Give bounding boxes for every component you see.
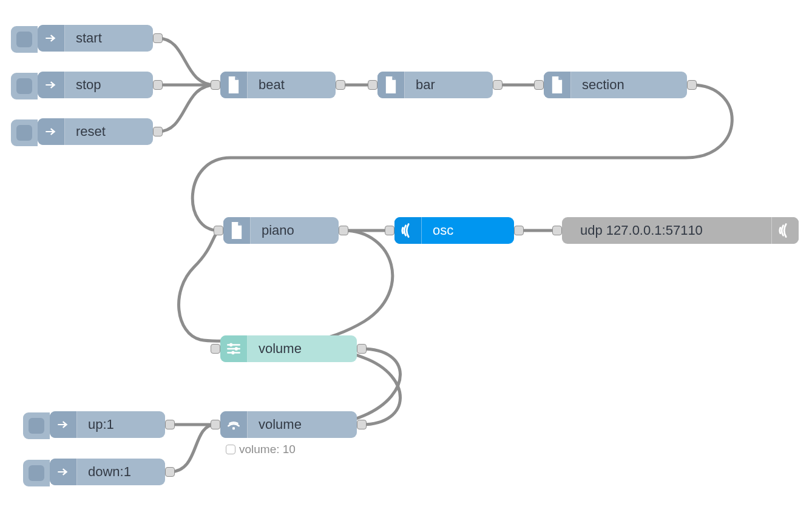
port-stop-out[interactable] [153,80,163,90]
node-volume-slider[interactable]: volume [220,335,357,362]
inject-arrow-icon [38,72,65,98]
svg-rect-4 [235,347,237,350]
port-osc-out[interactable] [514,226,524,235]
node-up[interactable]: up:1 [50,411,165,438]
svg-rect-3 [230,343,232,346]
port-beat-out[interactable] [336,80,345,90]
inject-arrow-icon [38,118,65,145]
node-label: bar [405,77,493,93]
osc-wave-icon [771,217,799,244]
port-up-out[interactable] [165,420,175,429]
inject-arrow-icon [38,25,65,52]
port-volumeLink-out[interactable] [357,420,367,429]
node-label: stop [65,77,153,93]
node-label: down:1 [77,464,165,480]
inject-button-stop[interactable] [11,73,38,99]
node-beat[interactable]: beat [220,72,336,98]
inject-button-up[interactable] [23,412,50,439]
node-bar[interactable]: bar [377,72,493,98]
node-reset[interactable]: reset [38,118,153,145]
port-volumeSlider-out[interactable] [357,344,367,354]
node-label: beat [248,77,336,93]
node-label: section [571,77,687,93]
node-label: osc [422,223,514,238]
inject-arrow-icon [50,459,77,485]
svg-rect-5 [232,351,234,354]
node-piano[interactable]: piano [223,217,339,244]
node-label: start [65,30,153,46]
port-down-out[interactable] [165,467,175,477]
file-icon [544,72,571,98]
node-label: udp 127.0.0.1:57110 [562,223,771,238]
port-piano-in[interactable] [214,226,223,235]
link-wave-icon [220,411,248,438]
node-udp[interactable]: udp 127.0.0.1:57110 [562,217,799,244]
node-label: volume [248,341,357,357]
port-bar-in[interactable] [368,80,377,90]
node-status: volume: 10 [226,443,296,456]
port-start-out[interactable] [153,33,163,43]
port-osc-in[interactable] [385,226,394,235]
port-reset-out[interactable] [153,127,163,136]
inject-button-reset[interactable] [11,119,38,146]
port-volumeSlider-in[interactable] [211,344,220,354]
node-start[interactable]: start [38,25,153,52]
port-beat-in[interactable] [211,80,220,90]
status-text: volume: 10 [239,443,296,456]
node-volume-link[interactable]: volume [220,411,357,438]
node-label: up:1 [77,417,165,432]
node-label: piano [251,223,339,238]
inject-button-start[interactable] [11,26,38,53]
port-bar-out[interactable] [493,80,502,90]
status-indicator-icon [226,445,235,454]
node-section[interactable]: section [544,72,687,98]
sliders-icon [220,335,248,362]
port-udp-in[interactable] [552,226,562,235]
port-section-in[interactable] [534,80,544,90]
file-icon [220,72,248,98]
inject-button-down[interactable] [23,460,50,486]
node-down[interactable]: down:1 [50,459,165,485]
node-label: reset [65,124,153,140]
port-section-out[interactable] [687,80,697,90]
svg-rect-6 [232,427,235,429]
port-piano-out[interactable] [339,226,348,235]
osc-wave-icon [394,217,422,244]
node-osc[interactable]: osc [394,217,514,244]
node-stop[interactable]: stop [38,72,153,98]
file-icon [377,72,405,98]
file-icon [223,217,251,244]
inject-arrow-icon [50,411,77,438]
node-label: volume [248,417,357,432]
port-volumeLink-in[interactable] [211,420,220,429]
